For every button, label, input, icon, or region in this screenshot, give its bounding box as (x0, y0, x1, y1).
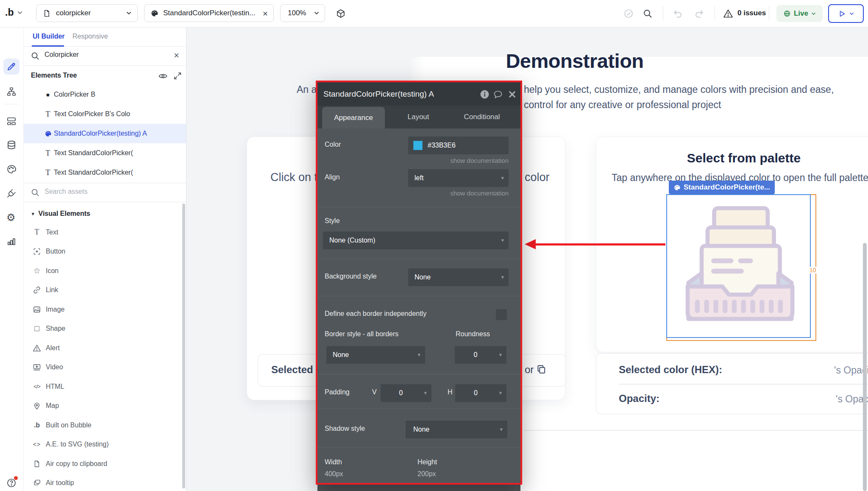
background-style-dropdown[interactable]: None ▾ (408, 268, 509, 286)
tab-conditional[interactable]: Conditional (452, 106, 512, 128)
palette-item-air-tooltip[interactable]: Air tooltip (23, 474, 186, 491)
padding-h-dropdown[interactable]: 0 ▾ (455, 384, 506, 402)
palette-icon (673, 184, 681, 191)
close-icon[interactable]: × (174, 50, 179, 61)
roundness-dropdown[interactable]: 0 ▾ (455, 346, 506, 364)
tree-item-text[interactable]: T Text StandardColorPicker( (23, 143, 186, 163)
roundness-label: Roundness (456, 330, 490, 338)
padding-v-dropdown[interactable]: 0 ▾ (381, 384, 431, 402)
design-pencil-icon[interactable] (6, 61, 17, 72)
left-icon-rail: ⚙ (0, 27, 24, 491)
show-documentation-link[interactable]: show documentation (450, 157, 509, 164)
assets-search-input[interactable] (44, 187, 164, 196)
redo-icon (694, 8, 704, 19)
inspector-header[interactable]: StandardColorPicker(testing) A (317, 82, 520, 106)
canvas-scrollbar[interactable] (863, 243, 867, 491)
close-icon[interactable]: × (263, 9, 268, 18)
tab-ui-builder[interactable]: UI Builder (33, 33, 65, 40)
visual-elements-list: T Text Button ☆ Icon Link Image □ Shape (23, 223, 186, 491)
palette-item-image[interactable]: Image (23, 300, 186, 319)
search-icon (31, 188, 40, 197)
comment-icon[interactable] (493, 89, 503, 100)
palette-item-icon[interactable]: ☆ Icon (23, 261, 186, 281)
text-icon: T (43, 149, 53, 158)
annotation-arrow-head (525, 239, 536, 249)
palette-item-video[interactable]: Video (23, 358, 186, 377)
result-divider (619, 384, 868, 385)
info-icon[interactable] (479, 89, 490, 100)
color-swatch[interactable] (413, 141, 423, 150)
element-tab[interactable]: StandardColorPicker(testin... × (144, 4, 274, 22)
tab-appearance[interactable]: Appearance (322, 107, 385, 128)
tree-item-text[interactable]: T Text StandardColorPicker( (23, 163, 186, 182)
element-inspector: StandardColorPicker(testing) A Appearanc… (316, 81, 522, 485)
border-style-dropdown[interactable]: None ▾ (326, 346, 425, 364)
palette-item-shape[interactable]: □ Shape (23, 319, 186, 339)
database-icon[interactable] (6, 140, 17, 150)
colorpicker-element[interactable] (666, 194, 811, 338)
page-selector-dropdown[interactable]: colorpicker (36, 4, 138, 22)
palette-item-link[interactable]: Link (23, 281, 186, 300)
bubble-icon: .b (32, 421, 42, 429)
component-cube-icon[interactable] (336, 8, 346, 19)
undo-icon (673, 8, 683, 19)
expand-icon[interactable] (173, 71, 182, 81)
tree-item-text[interactable]: T Text ColorPicker B's Colo (23, 104, 186, 124)
alert-icon (32, 344, 42, 352)
zoom-dropdown[interactable]: 100% (280, 4, 325, 22)
tree-item-standardcolorpicker-selected[interactable]: StandardColorPicker(testing) A (23, 124, 186, 143)
copy-icon[interactable] (536, 364, 547, 375)
palette-item-air-copy[interactable]: Air copy to clipboard (23, 454, 186, 474)
settings-gear-icon[interactable]: ⚙ (6, 212, 16, 223)
issues-count[interactable]: 0 issues (737, 9, 766, 17)
tab-layout[interactable]: Layout (389, 106, 448, 128)
visual-elements-header[interactable]: ▾ Visual Elements (32, 207, 176, 220)
eye-icon[interactable] (158, 71, 168, 81)
search-icon[interactable] (643, 8, 653, 19)
styles-palette-icon[interactable] (6, 164, 17, 174)
palette-item-ae-to-svg[interactable]: <> A.E. to SVG (testing) (23, 435, 186, 455)
padding-v-label: V (372, 388, 377, 396)
shadow-style-dropdown[interactable]: None ▾ (406, 421, 507, 438)
color-input[interactable]: #33B3E6 (408, 137, 509, 154)
palette-item-map[interactable]: Map (23, 396, 186, 416)
section-divider (317, 374, 520, 374)
html-code-icon: </> (32, 383, 42, 390)
page-section-divider (524, 430, 868, 431)
chevron-down-icon (849, 12, 854, 15)
palette-item-html[interactable]: </> HTML (23, 377, 186, 396)
plugins-icon[interactable] (6, 188, 17, 198)
palette-item-text[interactable]: T Text (23, 223, 186, 242)
left-card-text-right: color (525, 171, 550, 184)
page-title: Demonstration (435, 49, 715, 73)
chevron-down-icon (811, 12, 816, 15)
width-value: 400px (325, 470, 343, 478)
logs-chart-icon[interactable] (6, 236, 17, 246)
palette-item-alert[interactable]: Alert (23, 338, 186, 358)
close-icon[interactable] (508, 90, 517, 99)
element-search-input[interactable] (44, 50, 164, 59)
palette-item-built-on-bubble[interactable]: .b Built on Bubble (23, 416, 186, 435)
style-dropdown[interactable]: None (Custom) ▾ (323, 232, 509, 249)
preview-run-button[interactable] (828, 4, 864, 23)
define-borders-checkbox[interactable] (496, 309, 507, 320)
palette-item-button[interactable]: Button (23, 242, 186, 262)
element-name-chip[interactable]: StandardColorPicker(te... (669, 181, 775, 194)
components-icon[interactable] (6, 116, 17, 126)
text-icon: T (43, 168, 53, 177)
tree-item-colorpicker-b[interactable]: ■ ColorPicker B (23, 85, 186, 104)
chevron-down-icon (314, 11, 319, 15)
bubble-logo[interactable]: .b (5, 7, 22, 18)
button-icon (32, 247, 42, 256)
live-environment-dropdown[interactable]: Live (776, 5, 823, 22)
workflow-icon[interactable] (6, 86, 17, 97)
tab-responsive[interactable]: Responsive (72, 33, 108, 40)
image-icon (32, 305, 42, 314)
align-dropdown[interactable]: left ▾ (408, 169, 509, 187)
panel-scrollbar[interactable] (182, 204, 185, 488)
shadow-style-value: None (413, 426, 429, 433)
square-icon: ■ (43, 92, 53, 98)
footer-or-text: or (525, 364, 534, 376)
show-documentation-link[interactable]: show documentation (450, 190, 509, 197)
toolbar-divider (715, 6, 715, 21)
